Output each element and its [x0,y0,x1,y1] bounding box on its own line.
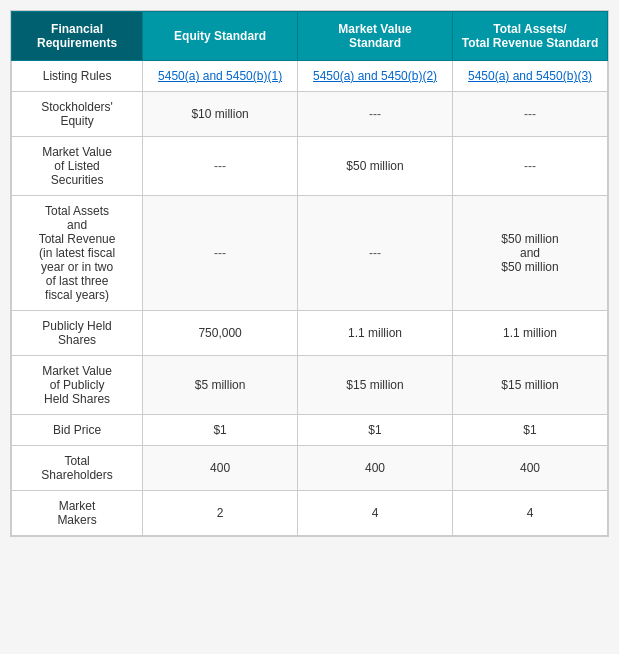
dash-value: --- [369,107,381,121]
table-row: Bid Price$1$1$1 [12,415,608,446]
data-cell: --- [298,196,453,311]
data-cell: 400 [453,446,608,491]
table-row: MarketMakers244 [12,491,608,536]
data-cell[interactable]: 5450(a) and 5450(b)(2) [298,61,453,92]
data-cell: 400 [143,446,298,491]
financial-requirements-table: FinancialRequirementsEquity StandardMark… [10,10,609,537]
col-header-equity-standard: Equity Standard [143,12,298,61]
col-header-market-value-standard: Market ValueStandard [298,12,453,61]
table-row: Stockholders'Equity$10 million------ [12,92,608,137]
data-cell: $5 million [143,356,298,415]
col-header-financial-requirements: FinancialRequirements [12,12,143,61]
col-header-total-assets-standard: Total Assets/Total Revenue Standard [453,12,608,61]
dash-value: --- [214,159,226,173]
table-row: Listing Rules5450(a) and 5450(b)(1)5450(… [12,61,608,92]
table-row: Publicly HeldShares750,0001.1 million1.1… [12,311,608,356]
requirement-cell: Publicly HeldShares [12,311,143,356]
data-cell: $15 million [298,356,453,415]
requirement-cell: Market Valueof ListedSecurities [12,137,143,196]
dash-value: --- [524,107,536,121]
data-cell: --- [453,92,608,137]
dash-value: --- [214,246,226,260]
data-cell: --- [453,137,608,196]
data-cell: 4 [298,491,453,536]
requirement-cell: MarketMakers [12,491,143,536]
table-row: Market Valueof ListedSecurities---$50 mi… [12,137,608,196]
data-cell: --- [143,137,298,196]
data-cell: $1 [298,415,453,446]
data-cell: $15 million [453,356,608,415]
requirement-cell: Total AssetsandTotal Revenue(in latest f… [12,196,143,311]
data-cell: $1 [453,415,608,446]
data-cell: 2 [143,491,298,536]
data-cell: $10 million [143,92,298,137]
data-cell: 1.1 million [298,311,453,356]
requirement-cell: TotalShareholders [12,446,143,491]
data-cell: --- [143,196,298,311]
table-row: Total AssetsandTotal Revenue(in latest f… [12,196,608,311]
data-cell[interactable]: 5450(a) and 5450(b)(3) [453,61,608,92]
data-cell: 750,000 [143,311,298,356]
dash-value: --- [524,159,536,173]
data-cell[interactable]: 5450(a) and 5450(b)(1) [143,61,298,92]
data-cell: $1 [143,415,298,446]
requirement-cell: Bid Price [12,415,143,446]
requirement-cell: Stockholders'Equity [12,92,143,137]
data-cell: --- [298,92,453,137]
table-row: TotalShareholders400400400 [12,446,608,491]
requirement-cell: Market Valueof PubliclyHeld Shares [12,356,143,415]
data-cell: $50 millionand$50 million [453,196,608,311]
table-row: Market Valueof PubliclyHeld Shares$5 mil… [12,356,608,415]
data-cell: $50 million [298,137,453,196]
dash-value: --- [369,246,381,260]
data-cell: 400 [298,446,453,491]
requirement-cell: Listing Rules [12,61,143,92]
data-cell: 1.1 million [453,311,608,356]
data-cell: 4 [453,491,608,536]
